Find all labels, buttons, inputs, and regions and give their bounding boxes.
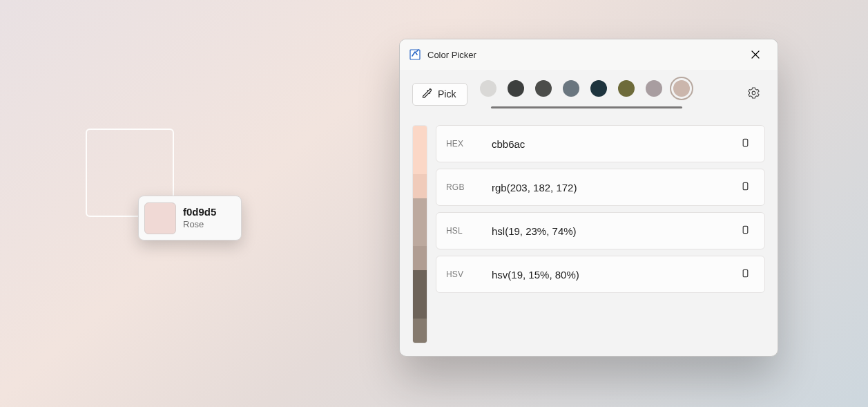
shade-swatch[interactable] xyxy=(413,223,427,247)
body-area: HEXcbb6acRGBrgb(203, 182, 172)HSLhsl(19,… xyxy=(400,118,778,356)
formats-list: HEXcbb6acRGBrgb(203, 182, 172)HSLhsl(19,… xyxy=(436,125,765,343)
format-value[interactable]: hsv(19, 15%, 80%) xyxy=(492,269,727,281)
color-tooltip: f0d9d5 Rose xyxy=(138,196,242,240)
pick-button-label: Pick xyxy=(438,88,456,100)
svg-rect-4 xyxy=(743,269,748,276)
history-swatch[interactable] xyxy=(618,80,635,97)
history-swatch[interactable] xyxy=(646,80,662,97)
shade-swatch[interactable] xyxy=(413,294,427,319)
shades-column[interactable] xyxy=(412,125,427,343)
shade-swatch[interactable] xyxy=(413,126,427,150)
svg-rect-3 xyxy=(743,226,748,233)
format-label: HEX xyxy=(446,139,485,149)
format-value[interactable]: rgb(203, 182, 172) xyxy=(492,182,727,193)
history-scrollbar[interactable] xyxy=(491,106,682,108)
tooltip-color-name: Rose xyxy=(183,219,216,230)
color-history xyxy=(480,80,690,108)
format-row: HEXcbb6ac xyxy=(436,125,765,162)
shade-swatch[interactable] xyxy=(413,198,427,223)
format-value[interactable]: cbb6ac xyxy=(492,138,727,150)
history-swatch[interactable] xyxy=(480,80,496,97)
shade-swatch[interactable] xyxy=(413,246,427,270)
history-swatch[interactable] xyxy=(508,80,524,97)
copy-icon xyxy=(740,181,751,194)
history-swatch[interactable] xyxy=(673,80,690,97)
copy-button[interactable] xyxy=(734,176,756,198)
eyedropper-icon xyxy=(421,88,432,101)
copy-icon xyxy=(740,268,751,281)
format-row: HSLhsl(19, 23%, 74%) xyxy=(436,212,765,249)
format-row: HSVhsv(19, 15%, 80%) xyxy=(436,256,765,293)
tooltip-hex-value: f0d9d5 xyxy=(183,206,216,219)
svg-rect-0 xyxy=(410,50,420,59)
copy-icon xyxy=(740,225,751,238)
format-label: HSL xyxy=(446,226,485,236)
svg-rect-1 xyxy=(743,139,748,146)
shade-swatch[interactable] xyxy=(413,174,427,198)
copy-icon xyxy=(740,138,751,151)
format-value[interactable]: hsl(19, 23%, 74%) xyxy=(492,225,727,237)
history-swatch[interactable] xyxy=(563,80,579,97)
settings-button[interactable] xyxy=(742,82,765,106)
shade-swatch[interactable] xyxy=(413,270,427,294)
window-title: Color Picker xyxy=(427,50,476,60)
pick-button[interactable]: Pick xyxy=(412,83,467,106)
copy-button[interactable] xyxy=(734,263,756,285)
tooltip-swatch xyxy=(144,202,176,234)
titlebar: Color Picker xyxy=(400,39,778,70)
svg-rect-2 xyxy=(743,182,748,189)
history-swatch[interactable] xyxy=(535,80,552,97)
close-button[interactable] xyxy=(740,44,771,65)
shade-swatch[interactable] xyxy=(413,319,427,343)
format-label: RGB xyxy=(446,182,485,192)
format-row: RGBrgb(203, 182, 172) xyxy=(436,169,765,206)
copy-button[interactable] xyxy=(734,133,756,155)
app-icon xyxy=(409,49,421,60)
gear-icon xyxy=(748,87,760,102)
format-label: HSV xyxy=(446,269,485,279)
history-swatch[interactable] xyxy=(590,80,607,97)
color-picker-window: Color Picker Pick xyxy=(399,39,778,357)
copy-button[interactable] xyxy=(734,220,756,242)
toolbar: Pick xyxy=(400,70,778,118)
shade-swatch[interactable] xyxy=(413,150,427,174)
